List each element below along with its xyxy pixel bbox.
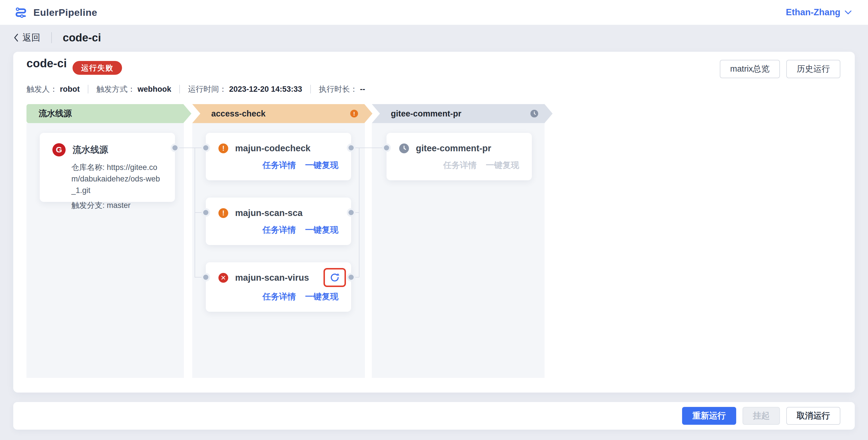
warning-icon: ! — [218, 208, 228, 218]
clock-icon — [530, 110, 538, 117]
suspend-button[interactable]: 挂起 — [743, 407, 780, 425]
refresh-icon — [329, 272, 340, 283]
connector-line — [351, 147, 386, 148]
brand: EulerPipeline — [13, 5, 97, 20]
task-detail-link[interactable]: 任务详情 — [262, 291, 296, 303]
stage-header-gitee-comment-pr: gitee-comment-pr — [372, 104, 553, 123]
gitee-icon: G — [52, 143, 66, 157]
history-runs-button[interactable]: 历史运行 — [786, 60, 840, 78]
connector-dot — [348, 210, 354, 215]
user-menu[interactable]: Ethan-Zhang — [786, 7, 852, 18]
error-icon: ✕ — [218, 273, 228, 283]
job-title: gitee-comment-pr — [416, 143, 491, 154]
meta-label: 触发方式： — [96, 84, 135, 94]
warning-icon: ! — [218, 143, 228, 153]
connector-dot — [203, 145, 208, 150]
divider — [310, 85, 311, 94]
job-title: majun-codecheck — [235, 143, 311, 154]
pipeline-logo-icon — [13, 5, 28, 20]
repo-name: 仓库名称: https://gitee.com/dabukaidehez/ods… — [71, 162, 163, 196]
meta-value: 2023-12-20 14:53:33 — [229, 85, 302, 94]
meta-label: 运行时间： — [188, 84, 227, 94]
job-title: majun-scan-virus — [235, 273, 309, 283]
run-meta: 触发人： robot 触发方式： webhook 运行时间： 2023-12-2… — [27, 84, 365, 94]
job-card-majun-scan-sca[interactable]: ! majun-scan-sca 任务详情 一键复现 — [206, 198, 351, 245]
task-detail-link-disabled: 任务详情 — [443, 160, 476, 171]
source-card-header: G 流水线源 — [40, 133, 175, 157]
run-title: code-ci — [27, 57, 67, 70]
header-actions: matrix总览 历史运行 — [720, 60, 840, 78]
source-card[interactable]: G 流水线源 仓库名称: https://gitee.com/dabukaide… — [40, 133, 175, 202]
job-card-majun-scan-virus[interactable]: ✕ majun-scan-virus 任务详情 一键复现 — [206, 262, 351, 312]
chevron-left-icon — [13, 33, 19, 42]
warning-icon: ! — [350, 110, 358, 117]
clock-icon — [399, 143, 409, 153]
rerun-button[interactable]: 重新运行 — [682, 407, 736, 425]
stage-name: access-check — [211, 109, 266, 119]
divider — [88, 85, 88, 94]
rerun-job-button-highlighted[interactable] — [323, 268, 346, 287]
connector-dot — [203, 275, 208, 280]
one-click-reproduce-link[interactable]: 一键复现 — [305, 224, 338, 236]
divider — [179, 85, 180, 94]
job-card-majun-codecheck[interactable]: ! majun-codecheck 任务详情 一键复现 — [206, 133, 351, 180]
top-bar: EulerPipeline Ethan-Zhang — [0, 0, 868, 25]
breadcrumb: 返回 code-ci — [0, 25, 868, 50]
divider — [51, 32, 52, 43]
back-label: 返回 — [23, 32, 40, 44]
one-click-reproduce-link[interactable]: 一键复现 — [305, 291, 338, 303]
job-title: majun-scan-sca — [235, 208, 303, 218]
connector-dot — [348, 275, 354, 280]
meta-value: -- — [360, 85, 365, 94]
task-detail-link[interactable]: 任务详情 — [262, 224, 296, 236]
user-name: Ethan-Zhang — [786, 7, 840, 18]
stage-header-source: 流水线源 — [27, 104, 191, 123]
pipeline-run-page: EulerPipeline Ethan-Zhang 返回 code-ci cod… — [0, 0, 868, 440]
meta-value: webhook — [137, 85, 171, 94]
meta-label: 触发人： — [27, 84, 58, 94]
source-card-title: 流水线源 — [72, 144, 108, 156]
connector-dot — [348, 145, 354, 150]
meta-value: robot — [60, 85, 80, 94]
stage-header-access-check: access-check ! — [192, 104, 372, 123]
stage-name: 流水线源 — [38, 108, 72, 120]
chevron-down-icon — [844, 10, 852, 15]
one-click-reproduce-link[interactable]: 一键复现 — [305, 160, 338, 171]
cancel-run-button[interactable]: 取消运行 — [786, 407, 840, 425]
task-detail-link[interactable]: 任务详情 — [262, 160, 296, 171]
one-click-reproduce-link-disabled: 一键复现 — [486, 160, 519, 171]
connector-dot — [203, 210, 208, 215]
brand-name: EulerPipeline — [33, 7, 97, 18]
matrix-overview-button[interactable]: matrix总览 — [720, 60, 780, 78]
stage-name: gitee-comment-pr — [391, 109, 461, 119]
source-card-body: 仓库名称: https://gitee.com/dabukaidehez/ods… — [71, 162, 163, 211]
bottom-action-bar: 重新运行 挂起 取消运行 — [13, 402, 855, 430]
page-title: code-ci — [63, 32, 101, 44]
back-button[interactable]: 返回 — [13, 32, 40, 44]
trigger-branch: 触发分支: master — [71, 200, 163, 211]
job-card-gitee-comment-pr[interactable]: gitee-comment-pr 任务详情 一键复现 — [386, 133, 532, 180]
connector-dot — [173, 145, 178, 150]
connector-dot — [384, 145, 389, 150]
status-badge: 运行失败 — [72, 61, 122, 75]
connector-line — [175, 147, 206, 148]
meta-label: 执行时长： — [319, 84, 358, 94]
